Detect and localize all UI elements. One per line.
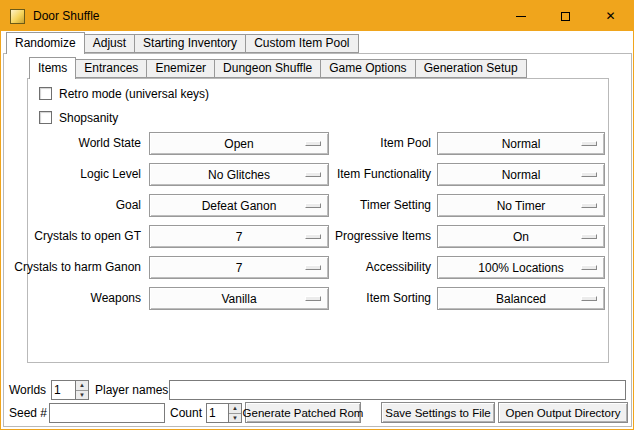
tab-adjust[interactable]: Adjust [84,34,135,53]
tab-custom-item-pool[interactable]: Custom Item Pool [245,34,358,53]
weapons-label: Weapons [11,287,141,310]
seed-input[interactable] [49,403,165,423]
tab-randomize[interactable]: Randomize [6,32,85,54]
item-pool-dropdown[interactable]: Normal [437,132,605,155]
sub-tab-bar: Items Entrances Enemizer Dungeon Shuffle… [29,57,526,79]
goal-label: Goal [11,194,141,217]
count-spin-arrows: ▲ ▼ [228,404,241,422]
door-shuffle-window: Door Shuffle ✕ Randomize Adjust Starting… [0,0,634,430]
count-spin-down-icon[interactable]: ▼ [229,414,241,423]
progressive-items-dropdown[interactable]: On [437,225,605,248]
tab-items[interactable]: Items [29,57,76,79]
count-spin-up-icon[interactable]: ▲ [229,404,241,414]
crystals-to-open-gt-value: 7 [236,230,243,244]
worlds-spin-arrows: ▲ ▼ [75,381,88,399]
progressive-items-value: On [513,230,529,244]
player-names-input[interactable] [169,380,626,400]
count-input[interactable] [207,404,228,422]
retro-mode-label: Retro mode (universal keys) [59,87,209,101]
shopsanity-checkbox-row[interactable]: Shopsanity [39,110,118,125]
accessibility-label: Accessibility [299,256,431,279]
goal-value: Defeat Ganon [202,199,277,213]
seed-label: Seed # [9,403,47,423]
close-icon: ✕ [605,10,615,22]
worlds-label: Worlds [9,380,46,400]
dropdown-indicator-icon [581,265,597,270]
retro-mode-checkbox[interactable] [39,87,52,100]
progressive-items-label: Progressive Items [299,225,431,248]
count-label: Count [170,403,202,423]
timer-setting-value: No Timer [497,199,546,213]
dropdown-indicator-icon [581,203,597,208]
retro-mode-checkbox-row[interactable]: Retro mode (universal keys) [39,86,209,101]
close-button[interactable]: ✕ [588,1,633,31]
crystals-to-harm-ganon-value: 7 [236,261,243,275]
window-title: Door Shuffle [33,9,100,23]
item-functionality-dropdown[interactable]: Normal [437,163,605,186]
worlds-input[interactable] [52,381,75,399]
item-functionality-value: Normal [502,168,541,182]
item-pool-value: Normal [502,137,541,151]
logic-level-label: Logic Level [11,163,141,186]
world-state-value: Open [224,137,253,151]
window-controls: ✕ [498,1,633,31]
worlds-spinbox[interactable]: ▲ ▼ [51,380,89,400]
dropdown-indicator-icon [581,296,597,301]
tab-game-options[interactable]: Game Options [320,59,415,78]
accessibility-dropdown[interactable]: 100% Locations [437,256,605,279]
dropdown-indicator-icon [581,234,597,239]
timer-setting-dropdown[interactable]: No Timer [437,194,605,217]
tab-entrances[interactable]: Entrances [75,59,147,78]
maximize-button[interactable] [543,1,588,31]
main-tab-bar: Randomize Adjust Starting Inventory Cust… [6,32,358,54]
tab-enemizer[interactable]: Enemizer [146,59,215,78]
crystals-to-open-gt-label: Crystals to open GT [11,225,141,248]
world-state-label: World State [11,132,141,155]
logic-level-value: No Glitches [208,168,270,182]
generate-patched-rom-button[interactable]: Generate Patched Rom [245,402,361,423]
item-sorting-label: Item Sorting [299,287,431,310]
app-icon [10,9,25,24]
tab-generation-setup[interactable]: Generation Setup [415,59,527,78]
tab-starting-inventory[interactable]: Starting Inventory [134,34,246,53]
dropdown-indicator-icon [581,172,597,177]
accessibility-value: 100% Locations [478,261,563,275]
maximize-icon [561,12,570,21]
titlebar: Door Shuffle ✕ [1,1,633,31]
weapons-value: Vanilla [221,292,256,306]
tab-dungeon-shuffle[interactable]: Dungeon Shuffle [214,59,321,78]
worlds-spin-up-icon[interactable]: ▲ [76,381,88,391]
dropdown-indicator-icon [581,141,597,146]
save-settings-button[interactable]: Save Settings to File [381,402,495,423]
player-names-label: Player names [95,380,168,400]
crystals-to-harm-ganon-label: Crystals to harm Ganon [11,256,141,279]
item-functionality-label: Item Functionality [299,163,431,186]
item-pool-label: Item Pool [299,132,431,155]
open-output-directory-button[interactable]: Open Output Directory [498,402,628,423]
shopsanity-checkbox[interactable] [39,111,52,124]
minimize-icon [516,16,526,17]
minimize-button[interactable] [498,1,543,31]
worlds-spin-down-icon[interactable]: ▼ [76,391,88,400]
count-spinbox[interactable]: ▲ ▼ [206,403,242,423]
item-sorting-value: Balanced [496,292,546,306]
item-sorting-dropdown[interactable]: Balanced [437,287,605,310]
timer-setting-label: Timer Setting [299,194,431,217]
shopsanity-label: Shopsanity [59,111,118,125]
